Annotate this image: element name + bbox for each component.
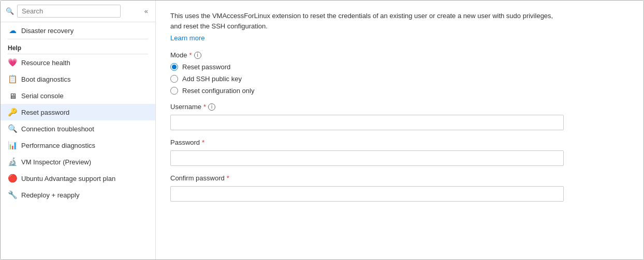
disaster-recovery-icon: ☁ [8,26,17,35]
mode-info-icon[interactable]: i [194,52,201,59]
sidebar-item-disaster-recovery[interactable]: ☁ Disaster recovery [1,22,155,39]
sidebar-item-label: Resource health [21,59,70,67]
sidebar-item-label: Serial console [21,92,64,100]
sidebar-item-label: Redeploy + reapply [21,191,79,199]
radio-reset-config[interactable]: Reset configuration only [170,87,629,95]
radio-reset-password-label: Reset password [182,63,230,71]
boot-diagnostics-icon: 📋 [8,74,17,84]
mode-field-label: Mode * i [170,51,629,59]
sidebar-item-ubuntu-advantage[interactable]: 🔴 Ubuntu Advantage support plan [1,170,155,187]
radio-reset-config-input[interactable] [170,87,178,95]
learn-more-link[interactable]: Learn more [170,34,204,42]
username-info-icon[interactable]: i [208,103,215,111]
username-field: Username * i [170,103,629,130]
vm-inspector-icon: 🔬 [8,157,17,166]
radio-add-ssh[interactable]: Add SSH public key [170,75,629,83]
performance-diagnostics-icon: 📊 [8,141,17,150]
sidebar-item-label: Reset password [21,109,69,116]
sidebar-item-label: Performance diagnostics [21,142,95,149]
mode-section: Mode * i Reset password Add SSH public k… [170,51,629,95]
sidebar-item-vm-inspector[interactable]: 🔬 VM Inspector (Preview) [1,154,155,170]
description-text: This uses the VMAccessForLinux extension… [170,11,564,31]
sidebar-item-connection-troubleshoot[interactable]: 🔍 Connection troubleshoot [1,120,155,137]
sidebar-item-label: VM Inspector (Preview) [21,158,91,166]
sidebar-item-resource-health[interactable]: 💗 Resource health [1,54,155,71]
radio-reset-config-label: Reset configuration only [182,87,254,95]
password-label: Password * [170,139,629,146]
radio-add-ssh-label: Add SSH public key [182,75,242,83]
sidebar-item-serial-console[interactable]: 🖥 Serial console [1,87,155,104]
password-input[interactable] [170,150,564,166]
sidebar-item-redeploy-reapply[interactable]: 🔧 Redeploy + reapply [1,187,155,203]
radio-add-ssh-input[interactable] [170,75,178,83]
collapse-button[interactable]: « [142,6,150,16]
search-bar: 🔍 « [1,1,155,22]
confirm-password-required-star: * [227,174,229,182]
sidebar: 🔍 « ☁ Disaster recovery Help 💗 Resource … [1,1,156,259]
radio-reset-password[interactable]: Reset password [170,63,629,71]
password-required-star: * [202,139,204,146]
username-required-star: * [203,103,206,111]
sidebar-item-label: Disaster recovery [21,27,74,35]
serial-console-icon: 🖥 [8,91,17,100]
resource-health-icon: 💗 [8,58,17,67]
main-window: 🔍 « ☁ Disaster recovery Help 💗 Resource … [0,0,644,260]
confirm-password-field: Confirm password * [170,174,629,202]
reset-password-icon: 🔑 [8,108,17,117]
confirm-password-label: Confirm password * [170,174,629,182]
sidebar-item-boot-diagnostics[interactable]: 📋 Boot diagnostics [1,71,155,87]
username-label: Username * i [170,103,629,111]
sidebar-item-reset-password[interactable]: 🔑 Reset password [1,104,155,120]
sidebar-item-label: Ubuntu Advantage support plan [21,175,115,182]
ubuntu-advantage-icon: 🔴 [8,174,17,183]
confirm-password-input[interactable] [170,186,564,202]
main-content-area: This uses the VMAccessForLinux extension… [156,1,643,259]
search-input[interactable] [17,5,121,18]
sidebar-item-label: Connection troubleshoot [21,125,94,133]
mode-required-star: * [189,51,192,59]
search-icon: 🔍 [6,7,14,15]
help-section-header: Help [1,39,155,54]
redeploy-reapply-icon: 🔧 [8,190,17,200]
sidebar-item-performance-diagnostics[interactable]: 📊 Performance diagnostics [1,137,155,154]
mode-radio-group: Reset password Add SSH public key Reset … [170,63,629,95]
username-input[interactable] [170,115,564,130]
password-field: Password * [170,139,629,166]
radio-reset-password-input[interactable] [170,63,178,71]
sidebar-item-label: Boot diagnostics [21,75,70,83]
connection-troubleshoot-icon: 🔍 [8,124,17,133]
